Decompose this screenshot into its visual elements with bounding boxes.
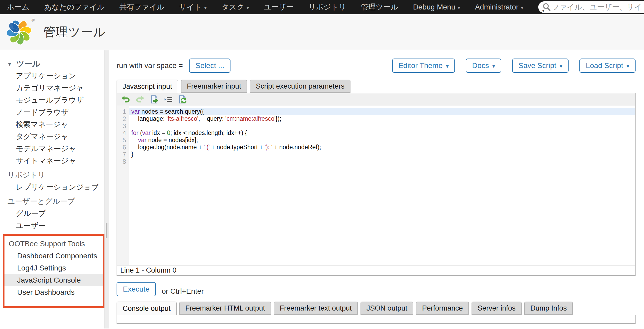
- editor-status-bar: Line 1 - Column 0: [117, 265, 635, 275]
- tab[interactable]: Dump Infos: [524, 302, 573, 315]
- search-icon[interactable]: ▾: [542, 3, 552, 12]
- nav-item[interactable]: Administrator▾: [475, 3, 523, 11]
- script-button[interactable]: Docs▾: [466, 59, 501, 73]
- indent-icon[interactable]: [164, 95, 173, 104]
- nav-item[interactable]: タスク▾: [222, 2, 249, 12]
- sidebar-item[interactable]: 検索マネージャ: [0, 118, 104, 130]
- caret-down-icon: ▾: [204, 4, 207, 11]
- sidebar-item[interactable]: ユーザー: [0, 220, 104, 232]
- redo-icon[interactable]: [136, 95, 145, 104]
- nav-item[interactable]: 共有ファイル: [119, 2, 165, 12]
- code-line: language: 'fts-alfresco', query: 'cm:nam…: [131, 115, 635, 122]
- sidebar-section-header[interactable]: ▼ツール: [0, 58, 104, 70]
- nav-item[interactable]: ホーム: [7, 2, 29, 12]
- undo-icon[interactable]: [121, 95, 130, 104]
- cursor-position-label: Line 1 - Column 0: [120, 266, 176, 274]
- nav-item-label: Administrator: [475, 3, 518, 11]
- tab[interactable]: JSON output: [361, 302, 414, 315]
- tab[interactable]: Server infos: [472, 302, 522, 315]
- sidebar-item[interactable]: カテゴリマネージャ: [0, 82, 104, 94]
- code-editor-area[interactable]: 12345678 var nodes = search.query({ lang…: [117, 106, 635, 265]
- nav-item-label: 共有ファイル: [119, 2, 165, 12]
- tab[interactable]: Freemarker text output: [274, 302, 358, 315]
- sidebar: ▼ツールアプリケーションカテゴリマネージャモジュールブラウザノードブラウザ検索マ…: [0, 50, 104, 328]
- nav-item[interactable]: 管理ツール: [361, 2, 398, 12]
- sidebar-item[interactable]: モデルマネージャ: [0, 143, 104, 155]
- sidebar-item[interactable]: モジュールブラウザ: [0, 94, 104, 106]
- select-var-space-label: Select ...: [195, 61, 224, 70]
- nav-item[interactable]: Debug Menu▾: [413, 3, 460, 11]
- caret-down-icon: ▾: [247, 4, 249, 11]
- sidebar-section-header: リポジトリ: [0, 169, 104, 181]
- sidebar-item[interactable]: ノードブラウザ: [0, 106, 104, 118]
- sidebar-item[interactable]: レプリケーションジョブ: [0, 181, 104, 193]
- sidebar-section-label: ユーザーとグループ: [7, 196, 75, 206]
- transform-document-icon[interactable]: [178, 95, 187, 104]
- sidebar-item[interactable]: アプリケーション: [0, 70, 104, 82]
- main-area: ▼ツールアプリケーションカテゴリマネージャモジュールブラウザノードブラウザ検索マ…: [0, 50, 644, 328]
- code-lines: var nodes = search.query({ language: 'ft…: [131, 108, 635, 165]
- execute-button[interactable]: Execute: [117, 282, 156, 296]
- load-document-icon[interactable]: [150, 95, 159, 104]
- tab[interactable]: Freemarker input: [181, 80, 247, 93]
- page-title: 管理ツール: [43, 24, 106, 40]
- script-button-label: Load Script: [586, 61, 623, 70]
- sidebar-section-header: ユーザーとグループ: [0, 195, 104, 207]
- tab[interactable]: Console output: [117, 302, 177, 315]
- sidebar-section-label: OOTBee Support Tools: [9, 240, 85, 248]
- collapse-triangle-icon: ▼: [7, 60, 12, 67]
- tab[interactable]: Performance: [416, 302, 469, 315]
- script-buttons: Editor Theme▾Docs▾Save Script▾Load Scrip…: [386, 59, 636, 73]
- caret-down-icon: ▾: [458, 4, 460, 11]
- line-number: 4: [117, 129, 126, 137]
- sidebar-item[interactable]: Dashboard Components: [4, 250, 103, 262]
- caret-down-icon: ▾: [446, 62, 449, 69]
- caret-down-icon: ▾: [627, 62, 629, 69]
- tab[interactable]: Script execution parameters: [250, 80, 350, 93]
- global-search-box[interactable]: ▾ ✕: [538, 1, 644, 13]
- line-number: 1: [117, 108, 126, 115]
- script-button-label: Save Script: [518, 61, 556, 70]
- sidebar-item[interactable]: JavaScript Console: [4, 274, 103, 286]
- script-button[interactable]: Save Script▾: [512, 59, 569, 73]
- caret-down-icon: ▾: [521, 4, 523, 11]
- sidebar-item[interactable]: User Dashboards: [4, 286, 103, 298]
- sidebar-item[interactable]: タグマネージャ: [0, 130, 104, 143]
- alfresco-logo-icon: ®: [5, 18, 33, 46]
- code-line: logger.log(node.name + ' (' + node.typeS…: [131, 144, 635, 151]
- splitter-grip-icon[interactable]: [106, 223, 108, 238]
- sidebar-item[interactable]: グループ: [0, 207, 104, 220]
- nav-item[interactable]: ユーザー: [264, 2, 294, 12]
- sidebar-section-label: ツール: [16, 59, 40, 69]
- tab[interactable]: Freemarker HTML output: [179, 302, 271, 315]
- sidebar-item[interactable]: Log4J Settings: [4, 262, 103, 274]
- nav-item-label: あなたのファイル: [44, 2, 104, 12]
- nav-item[interactable]: サイト▾: [179, 2, 207, 12]
- code-line: }: [131, 151, 635, 158]
- script-button[interactable]: Load Script▾: [579, 59, 636, 73]
- search-options-caret-icon: ▾: [542, 8, 545, 13]
- nav-item[interactable]: リポジトリ: [309, 2, 346, 12]
- line-number: 8: [117, 158, 126, 165]
- registered-trademark: ®: [31, 18, 35, 23]
- search-input[interactable]: [552, 3, 644, 11]
- execute-button-label: Execute: [123, 285, 150, 293]
- script-button-label: Editor Theme: [398, 61, 443, 70]
- code-line: [131, 122, 635, 129]
- topnav-items: ホームあなたのファイル共有ファイルサイト▾タスク▾ユーザーリポジトリ管理ツールD…: [7, 2, 538, 12]
- code-pane[interactable]: var nodes = search.query({ language: 'ft…: [129, 106, 635, 265]
- sidebar-splitter[interactable]: [104, 50, 109, 328]
- code-line: var nodes = search.query({: [131, 108, 635, 115]
- execute-row: Execute or Ctrl+Enter: [117, 282, 636, 296]
- nav-item-label: リポジトリ: [309, 2, 346, 12]
- nav-item[interactable]: あなたのファイル: [44, 2, 104, 12]
- script-button[interactable]: Editor Theme▾: [392, 59, 455, 73]
- sidebar-section-header: OOTBee Support Tools: [4, 238, 103, 250]
- nav-item-label: サイト: [179, 2, 202, 12]
- execute-shortcut-hint: or Ctrl+Enter: [162, 287, 204, 296]
- sidebar-item[interactable]: サイトマネージャ: [0, 155, 104, 167]
- tab[interactable]: Javascript input: [117, 80, 178, 93]
- select-var-space-button[interactable]: Select ...: [189, 59, 230, 73]
- annotation-highlight-box: OOTBee Support ToolsDashboard Components…: [3, 234, 104, 308]
- nav-item-label: ホーム: [7, 2, 29, 12]
